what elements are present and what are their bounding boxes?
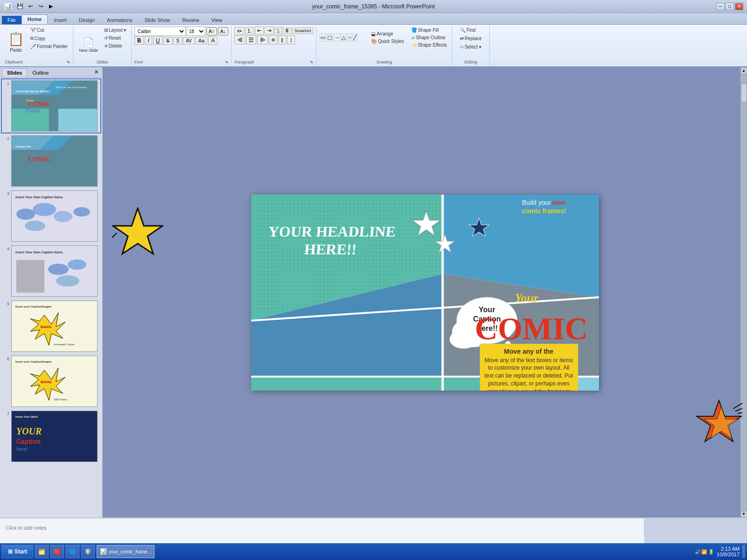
font-name-dropdown[interactable]: Calibri	[134, 27, 186, 36]
show-desktop-button[interactable]	[742, 545, 745, 558]
taskbar-app-media[interactable]: 🔴	[50, 545, 64, 558]
shadow-button[interactable]: S	[173, 37, 182, 44]
minimize-button[interactable]: ─	[716, 3, 725, 10]
justify-button[interactable]: ≡	[269, 35, 277, 44]
align-right-button[interactable]: ⫸	[257, 35, 268, 44]
tab-outline[interactable]: Outline	[27, 68, 54, 77]
close-panel-button[interactable]: ✕	[92, 68, 100, 77]
select-button[interactable]: ⊹ Select ▾	[458, 43, 484, 50]
taskbar-app-powerpoint[interactable]: 📊 your_comic_frame...	[97, 545, 155, 558]
triangle-shape[interactable]: △	[341, 34, 346, 42]
tab-design[interactable]: Design	[73, 15, 101, 24]
char-spacing-button[interactable]: AV	[183, 37, 195, 44]
taskbar-app-browser[interactable]: 🌐	[66, 545, 79, 558]
shapes-palette: ▭ ▢ → △ ○ ╱	[319, 34, 366, 42]
paragraph-label: Paragraph	[234, 60, 254, 64]
play-button[interactable]: ▶	[46, 2, 56, 11]
save-button[interactable]: 💾	[15, 2, 25, 11]
svg-text:HERE!!: HERE!!	[303, 241, 357, 258]
start-button[interactable]: ⊞ Start	[2, 545, 33, 558]
bold-button[interactable]: B	[134, 36, 144, 45]
decrease-indent-button[interactable]: ⇤	[255, 27, 264, 35]
slide-thumb-2[interactable]: 2 Change the... COMIC	[2, 134, 100, 188]
columns-button[interactable]: ⫿	[278, 35, 286, 44]
tab-home[interactable]: Home	[21, 14, 48, 24]
convert-smartart-button[interactable]: SmartArt	[292, 28, 314, 34]
svg-line-44	[112, 233, 117, 238]
format-painter-button[interactable]: 🖌️ Format Painter	[28, 43, 70, 50]
change-case-button[interactable]: Aa	[196, 37, 207, 44]
decrease-font-button[interactable]: A↓	[218, 27, 229, 35]
tab-review[interactable]: Review	[176, 15, 205, 24]
strikethrough-button[interactable]: S̶	[163, 37, 172, 45]
font-group-inner: Calibri 18 A↑ A↓ B I U S̶ S AV Aa A	[134, 27, 229, 59]
body-text-box[interactable]: Move any of the Move any of the text box…	[480, 344, 578, 391]
scroll-down-button[interactable]: ▼	[740, 511, 747, 518]
undo-button[interactable]: ↩	[26, 2, 35, 11]
slide3-preview-svg: Insert Your Own Caption Items	[12, 191, 98, 242]
paragraph-group-inner: ≡• 1. ⇤ ⇥ ⤵ ≣ SmartArt ⫷ ☰ ⫸ ≡ ⫿ ↕	[234, 27, 313, 59]
paragraph-expand[interactable]: ↘	[310, 59, 313, 64]
quick-styles-button[interactable]: 🎨 Quick Styles	[369, 38, 406, 45]
increase-font-button[interactable]: A↑	[206, 27, 217, 35]
line-shape[interactable]: ╱	[352, 34, 358, 42]
close-button[interactable]: ✕	[735, 3, 743, 10]
line-spacing-button[interactable]: ↕	[287, 35, 295, 44]
slide-thumb-7[interactable]: 7 Insert Your Idea!! YOUR Caption here!	[2, 410, 100, 463]
tab-file[interactable]: File	[2, 16, 21, 24]
text-direction-button[interactable]: ⤵	[275, 27, 282, 35]
rectangle-shape[interactable]: ▭	[319, 34, 326, 42]
slides-group: 📄 New Slide ⊞ Layout ▾ ↺ Reset ✕	[73, 26, 132, 65]
arrange-button[interactable]: ⬓ Arrange	[369, 30, 406, 37]
tab-slides[interactable]: Slides	[2, 68, 27, 77]
align-text-button[interactable]: ≣	[283, 28, 291, 34]
paste-button[interactable]: 📋 Paste	[5, 27, 27, 55]
shape-outline-button[interactable]: ▱ Shape Outline	[409, 34, 449, 41]
reset-button[interactable]: ↺ Reset	[102, 35, 128, 42]
font-expand[interactable]: ↘	[225, 59, 228, 64]
tab-view[interactable]: View	[205, 15, 229, 24]
align-left-button[interactable]: ⫷	[234, 35, 245, 44]
numbering-button[interactable]: 1.	[245, 27, 254, 35]
font-color-button[interactable]: A	[208, 36, 218, 45]
scroll-track[interactable]	[740, 74, 747, 511]
clipboard-expand[interactable]: ↘	[66, 59, 70, 64]
underline-button[interactable]: U	[153, 36, 163, 45]
shape-effects-button[interactable]: ✨ Shape Effects	[409, 42, 449, 49]
scroll-up-button[interactable]: ▲	[740, 67, 747, 74]
restore-button[interactable]: □	[726, 3, 734, 10]
redo-button[interactable]: ↪	[36, 2, 45, 11]
tab-slideshow[interactable]: Slide Show	[138, 15, 176, 24]
slide-thumb-6[interactable]: 6 Insert your Caption/Images BANG Still …	[2, 355, 100, 408]
bullets-button[interactable]: ≡•	[234, 27, 244, 35]
tab-animations[interactable]: Animations	[101, 15, 138, 24]
new-slide-button[interactable]: 📄 New Slide	[76, 27, 101, 55]
find-button[interactable]: 🔍 Find	[458, 27, 484, 34]
replace-button[interactable]: ⇄ Replace	[458, 35, 484, 42]
shape-fill-button[interactable]: 🪣 Shape Fill	[409, 27, 449, 34]
slide5-preview-svg: Insert your Caption/Images BANG Animated…	[12, 301, 98, 352]
font-size-dropdown[interactable]: 18	[187, 27, 205, 36]
notes-bar[interactable]: Click to add notes	[0, 518, 644, 537]
taskbar-app-shield[interactable]: 🛡️	[81, 545, 95, 558]
italic-button[interactable]: I	[145, 36, 152, 45]
cut-button[interactable]: ✂️ Cut	[28, 27, 70, 34]
slide-thumb-5[interactable]: 5 Insert your Caption/Images BANG Animat…	[2, 300, 100, 353]
taskbar-app-explorer[interactable]: 🗂️	[35, 545, 49, 558]
scroll-thumb[interactable]	[741, 84, 747, 102]
align-center-button[interactable]: ☰	[246, 35, 256, 44]
quick-styles-icon: 🎨	[371, 39, 377, 44]
slide-thumb-3[interactable]: 3 Insert Your Own Caption Items	[2, 189, 100, 243]
rounded-rect-shape[interactable]: ▢	[326, 34, 333, 42]
layout-button[interactable]: ⊞ Layout ▾	[102, 27, 128, 34]
increase-indent-button[interactable]: ⇥	[265, 27, 274, 35]
tab-insert[interactable]: Insert	[48, 15, 73, 24]
body-text: Move any of the text boxes or items to c…	[484, 357, 574, 391]
copy-button[interactable]: ⧉ Copy	[28, 35, 70, 42]
slide-thumb-1[interactable]: 1 YOUR HEADLINE HERE!! Build your own co…	[2, 79, 100, 133]
arrow-shape[interactable]: →	[333, 34, 340, 42]
delete-button[interactable]: ✕ Delete	[102, 42, 128, 49]
slide-thumb-4[interactable]: 4 Insert Your Own Caption Items	[2, 245, 100, 298]
circle-shape[interactable]: ○	[347, 34, 352, 42]
svg-text:Frame: Frame	[26, 108, 40, 113]
